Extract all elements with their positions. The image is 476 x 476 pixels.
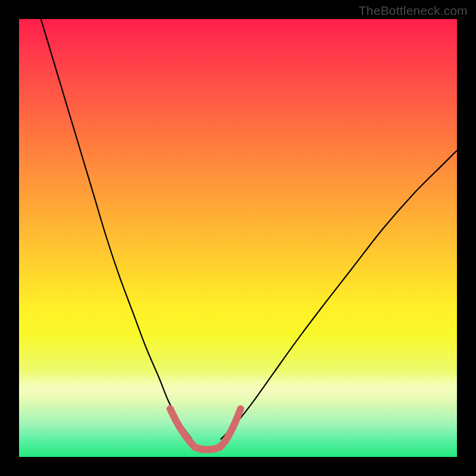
series-highlight-bottom <box>195 447 220 450</box>
watermark-text: TheBottleneck.com <box>359 4 468 18</box>
plot-area <box>19 19 457 457</box>
series-left-curve <box>41 19 192 440</box>
series-highlight-right <box>220 409 240 447</box>
curves-svg <box>19 19 457 457</box>
series-right-curve <box>221 151 457 440</box>
series-highlight-left <box>170 409 195 447</box>
chart-frame: TheBottleneck.com <box>0 0 476 476</box>
